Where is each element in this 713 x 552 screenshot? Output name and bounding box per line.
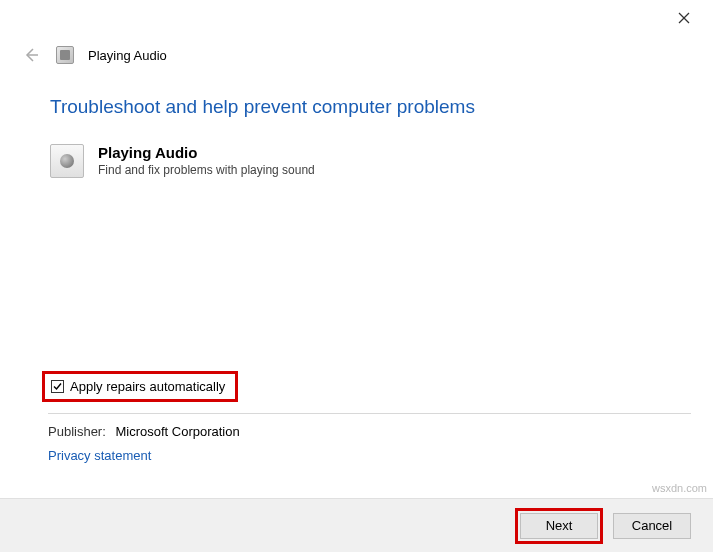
apply-repairs-checkbox[interactable] bbox=[51, 380, 64, 393]
page-heading: Troubleshoot and help prevent computer p… bbox=[50, 96, 663, 118]
divider bbox=[48, 413, 691, 414]
content-area: Troubleshoot and help prevent computer p… bbox=[0, 76, 713, 178]
item-description: Find and fix problems with playing sound bbox=[98, 163, 315, 177]
back-button[interactable] bbox=[20, 44, 42, 66]
cancel-button[interactable]: Cancel bbox=[613, 513, 691, 539]
troubleshooter-app-icon bbox=[56, 46, 74, 64]
publisher-info: Publisher: Microsoft Corporation bbox=[48, 424, 240, 439]
checkmark-icon bbox=[52, 381, 63, 392]
item-title: Playing Audio bbox=[98, 144, 315, 161]
close-button[interactable] bbox=[669, 3, 699, 33]
footer: Next Cancel bbox=[0, 498, 713, 552]
window-title: Playing Audio bbox=[88, 48, 167, 63]
apply-repairs-label: Apply repairs automatically bbox=[70, 379, 225, 394]
playing-audio-icon bbox=[50, 144, 84, 178]
watermark: wsxdn.com bbox=[652, 482, 707, 494]
header: Playing Audio bbox=[0, 36, 713, 76]
apply-repairs-checkbox-row[interactable]: Apply repairs automatically bbox=[42, 371, 238, 402]
close-icon bbox=[678, 12, 690, 24]
publisher-label: Publisher: bbox=[48, 424, 106, 439]
next-button[interactable]: Next bbox=[520, 513, 598, 539]
publisher-value: Microsoft Corporation bbox=[115, 424, 239, 439]
titlebar bbox=[0, 0, 713, 36]
privacy-statement-link[interactable]: Privacy statement bbox=[48, 448, 151, 463]
troubleshooter-item: Playing Audio Find and fix problems with… bbox=[50, 144, 663, 178]
next-button-highlight: Next bbox=[515, 508, 603, 544]
back-arrow-icon bbox=[22, 46, 40, 64]
